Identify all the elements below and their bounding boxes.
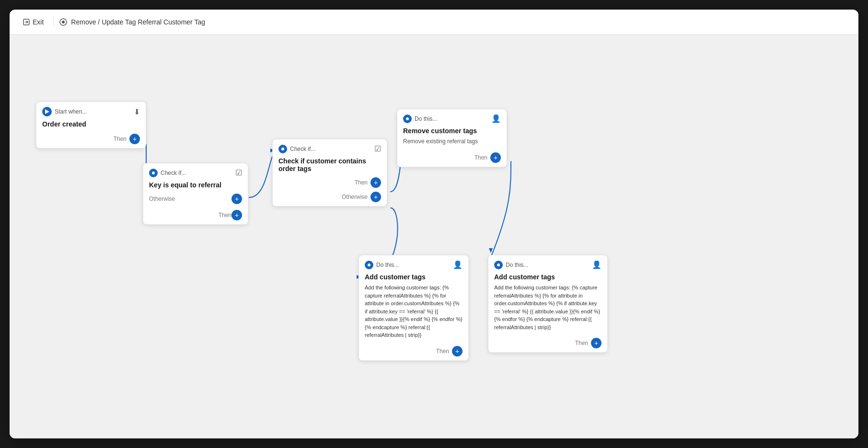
exit-icon — [23, 19, 30, 25]
do2-icon-circle — [365, 261, 373, 269]
do2-person-icon: 👤 — [453, 260, 463, 269]
start-then-add-btn[interactable]: + — [129, 134, 140, 144]
check2-dot-icon — [281, 147, 285, 151]
do1-person-icon: 👤 — [491, 114, 501, 123]
exit-button[interactable]: Exit — [19, 16, 47, 28]
titlebar: Exit Remove / Update Tag Referral Custom… — [10, 10, 858, 34]
check-node-2: Check if... ☑ Check if customer contains… — [272, 139, 387, 207]
check1-header: Check if... ☑ — [143, 163, 248, 180]
start-header: Start when... ⬇ — [36, 102, 146, 119]
svg-point-9 — [281, 148, 284, 150]
do3-label: Do this... — [506, 262, 528, 268]
start-icon — [42, 107, 52, 116]
check1-action-icon: ☑ — [235, 168, 242, 177]
start-node: Start when... ⬇ Order created Then + — [36, 102, 146, 149]
download-icon: ⬇ — [134, 107, 140, 116]
do3-footer: Then + — [488, 335, 607, 352]
check1-then-add-btn[interactable]: + — [231, 210, 242, 220]
check2-action-icon: ☑ — [374, 144, 381, 153]
check2-otherwise-row: Otherwise + — [273, 190, 387, 206]
do1-subtitle: Remove existing referral tags — [397, 138, 507, 149]
do3-person-icon: 👤 — [592, 260, 602, 269]
check1-footer: Otherwise + — [143, 192, 248, 208]
start-node-footer: Then + — [36, 131, 146, 148]
do3-subtitle: Add the following customer tags: {% capt… — [488, 284, 607, 335]
check1-title: Key is equal to referral — [143, 180, 248, 192]
do1-header: Do this... 👤 — [397, 109, 507, 126]
workflow-canvas: Start when... ⬇ Order created Then + — [10, 34, 858, 438]
check2-header: Check if... ☑ — [273, 139, 387, 156]
check1-otherwise-add-btn[interactable]: + — [231, 194, 242, 204]
do3-title: Add customer tags — [488, 272, 607, 284]
do1-then-add-btn[interactable]: + — [490, 152, 501, 163]
do-node-2: Do this... 👤 Add customer tags Add the f… — [359, 255, 469, 361]
check-node-1: Check if... ☑ Key is equal to referral O… — [143, 163, 248, 225]
check2-then-label: Then — [355, 179, 368, 186]
do1-label: Do this... — [415, 115, 437, 122]
do1-title: Remove customer tags — [397, 126, 507, 138]
svg-point-2 — [62, 21, 65, 23]
check1-then-label: Then — [219, 212, 231, 218]
do-node-1: Do this... 👤 Remove customer tags Remove… — [397, 109, 507, 167]
workflow-title: Remove / Update Tag Referral Customer Ta… — [59, 18, 205, 26]
start-then-label: Then — [114, 136, 127, 142]
svg-point-8 — [152, 172, 155, 174]
workflow-icon — [59, 18, 67, 26]
svg-point-10 — [406, 117, 409, 120]
do3-header: Do this... 👤 — [488, 255, 607, 272]
check1-then-footer: Then + — [143, 208, 248, 224]
do1-icon-circle — [403, 115, 412, 123]
do2-subtitle: Add the following customer tags: {% capt… — [359, 284, 468, 343]
svg-point-11 — [368, 264, 370, 266]
do3-icon-circle — [494, 261, 503, 269]
exit-label: Exit — [33, 18, 44, 26]
do2-dot-icon — [367, 263, 371, 267]
do3-then-label: Then — [575, 340, 588, 346]
check2-label: Check if... — [290, 146, 315, 152]
svg-point-12 — [497, 264, 500, 266]
check1-dot-icon — [151, 171, 155, 175]
check2-title: Check if customer contains order tags — [273, 156, 387, 175]
do2-label: Do this... — [376, 262, 399, 268]
do2-header: Do this... 👤 — [359, 255, 468, 272]
do2-title: Add customer tags — [359, 272, 468, 284]
check1-icon-circle — [149, 169, 158, 177]
check2-icon-circle — [278, 145, 287, 153]
check2-label-row: Check if... — [278, 145, 315, 153]
do1-then-label: Then — [475, 154, 487, 161]
do1-label-row: Do this... — [403, 115, 437, 123]
check1-label-row: Check if... — [149, 169, 186, 177]
title-divider — [53, 17, 54, 27]
do1-footer: Then + — [397, 149, 507, 167]
do3-dot-icon — [497, 263, 500, 267]
do2-footer: Then + — [359, 343, 468, 360]
start-label: Start when... — [55, 108, 87, 115]
workflow-title-text: Remove / Update Tag Referral Customer Ta… — [71, 18, 205, 26]
do1-dot-icon — [405, 117, 409, 121]
app-window: Exit Remove / Update Tag Referral Custom… — [10, 10, 858, 438]
check2-then-add-btn[interactable]: + — [370, 177, 381, 188]
do-node-3: Do this... 👤 Add customer tags Add the f… — [488, 255, 608, 353]
check1-label: Check if... — [161, 170, 186, 176]
do2-then-add-btn[interactable]: + — [452, 346, 463, 356]
do3-then-add-btn[interactable]: + — [591, 338, 602, 348]
check2-otherwise-add-btn[interactable]: + — [370, 192, 381, 202]
triangle-icon — [45, 109, 49, 114]
start-node-title: Order created — [36, 119, 146, 131]
start-label-row: Start when... — [42, 107, 87, 116]
check1-otherwise-label: Otherwise — [149, 195, 175, 202]
do3-label-row: Do this... — [494, 261, 528, 269]
svg-marker-7 — [489, 248, 493, 253]
do2-label-row: Do this... — [365, 261, 399, 269]
check2-then-row: Then + — [273, 175, 387, 190]
check2-otherwise-label: Otherwise — [342, 194, 368, 200]
connections-svg — [10, 34, 858, 438]
do2-then-label: Then — [436, 348, 449, 355]
